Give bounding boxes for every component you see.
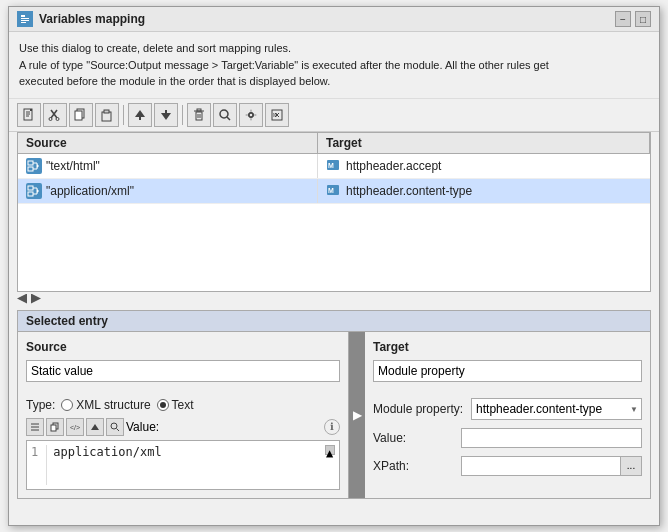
xpath-input-group: ... [461, 456, 642, 476]
svg-marker-9 [30, 109, 32, 111]
svg-line-28 [227, 117, 230, 120]
value-label: Value: [126, 420, 322, 434]
delete-button[interactable] [187, 103, 211, 127]
module-property-select[interactable]: httpheader.content-type httpheader.accep… [471, 398, 642, 420]
svg-rect-17 [104, 110, 109, 113]
svg-point-30 [249, 113, 253, 117]
source-header: Source [18, 133, 318, 153]
type-label: Type: [26, 398, 55, 412]
value-input[interactable] [461, 428, 642, 448]
nav-right-button[interactable] [31, 294, 41, 304]
module-property-row: Module property: httpheader.content-type… [373, 398, 642, 420]
target-value: httpheader.accept [346, 159, 441, 173]
row-icon [26, 183, 42, 199]
toolbar: M [9, 99, 659, 132]
source-type-select[interactable]: Static value Variable Expression [26, 360, 340, 382]
mini-toolbar: </> Value: ℹ [26, 418, 340, 436]
window-icon [17, 11, 33, 27]
target-panel-title: Target [373, 340, 642, 354]
table-header: Source Target [18, 133, 650, 154]
line-number: 1 [31, 445, 47, 485]
text-radio[interactable]: Text [157, 398, 194, 412]
move-down-button[interactable] [154, 103, 178, 127]
copy-mini-button[interactable] [46, 418, 64, 436]
xpath-input[interactable] [461, 456, 620, 476]
svg-rect-24 [197, 109, 201, 111]
nav-left-button[interactable] [17, 294, 27, 304]
table-row[interactable]: "text/html" M httpheader.accept [18, 154, 650, 179]
svg-point-13 [56, 117, 59, 120]
svg-marker-48 [37, 189, 39, 193]
table-body: "text/html" M httpheader.accept "applica… [18, 154, 650, 291]
svg-rect-4 [21, 22, 26, 23]
svg-text:M: M [328, 162, 334, 169]
xpath-browse-button[interactable]: ... [620, 456, 642, 476]
svg-rect-22 [196, 112, 202, 120]
xml-button[interactable]: </> [66, 418, 84, 436]
target-icon: M [326, 183, 342, 199]
move-up-button[interactable] [128, 103, 152, 127]
window-title: Variables mapping [39, 12, 145, 26]
target-cell: M httpheader.accept [318, 154, 650, 178]
svg-marker-18 [135, 110, 145, 117]
mapping-table: Source Target "text/html" M httpheader.a… [17, 132, 651, 292]
svg-point-12 [49, 117, 52, 120]
scroll-up-button[interactable]: ▲ [325, 445, 335, 455]
module-property-label: Module property: [373, 402, 463, 416]
svg-point-58 [111, 423, 117, 429]
source-cell: "application/xml" [18, 179, 318, 203]
module-property-select-wrapper: httpheader.content-type httpheader.accep… [471, 398, 642, 420]
xml-structure-radio[interactable]: XML structure [61, 398, 150, 412]
svg-text:</>: </> [70, 424, 80, 431]
xml-radio-circle [61, 399, 73, 411]
svg-marker-20 [161, 113, 171, 120]
new-button[interactable] [17, 103, 41, 127]
svg-rect-19 [139, 116, 141, 120]
type-row: Type: XML structure Text [26, 398, 340, 412]
arrow-divider[interactable]: ▶ [349, 332, 365, 498]
svg-rect-1 [21, 15, 25, 17]
maximize-button[interactable]: □ [635, 11, 651, 27]
copy-button[interactable] [69, 103, 93, 127]
svg-rect-44 [28, 192, 33, 196]
svg-rect-43 [28, 186, 33, 190]
source-cell: "text/html" [18, 154, 318, 178]
svg-line-59 [117, 428, 120, 431]
svg-rect-21 [165, 110, 167, 114]
export-button[interactable]: M [265, 103, 289, 127]
svg-text:M: M [328, 187, 334, 194]
value-area[interactable]: 1 application/xml ▲ [26, 440, 340, 490]
info-line1: Use this dialog to create, delete and so… [19, 40, 649, 57]
text-label: Text [172, 398, 194, 412]
paste-button[interactable] [95, 103, 119, 127]
svg-rect-36 [28, 167, 33, 171]
table-row[interactable]: "application/xml" M httpheader.content-t… [18, 179, 650, 204]
info-button[interactable]: ℹ [324, 419, 340, 435]
svg-rect-3 [21, 20, 29, 21]
svg-marker-57 [91, 424, 99, 430]
svg-rect-2 [21, 18, 29, 19]
source-value: "application/xml" [46, 184, 134, 198]
value-row: Value: [373, 428, 642, 448]
svg-point-27 [220, 110, 228, 118]
search-mini-button[interactable] [106, 418, 124, 436]
xpath-label: XPath: [373, 459, 453, 473]
cut-button[interactable] [43, 103, 67, 127]
settings-button[interactable] [239, 103, 263, 127]
arrow-mini-button[interactable] [86, 418, 104, 436]
selected-entry: Selected entry Source Static value Varia… [17, 310, 651, 499]
target-cell: M httpheader.content-type [318, 179, 650, 203]
value-label-target: Value: [373, 431, 453, 445]
search-button[interactable] [213, 103, 237, 127]
svg-text:M: M [273, 112, 277, 118]
target-type-select[interactable]: Module property Variable Header [373, 360, 642, 382]
selected-entry-body: Source Static value Variable Expression … [18, 332, 650, 498]
list-button[interactable] [26, 418, 44, 436]
svg-rect-35 [28, 161, 33, 165]
minimize-button[interactable]: − [615, 11, 631, 27]
title-controls: − □ [615, 11, 651, 27]
info-line2: A rule of type "Source:Output message > … [19, 57, 649, 74]
svg-marker-40 [37, 164, 39, 168]
title-bar-left: Variables mapping [17, 11, 145, 27]
info-line3: executed before the module in the order … [19, 73, 649, 90]
